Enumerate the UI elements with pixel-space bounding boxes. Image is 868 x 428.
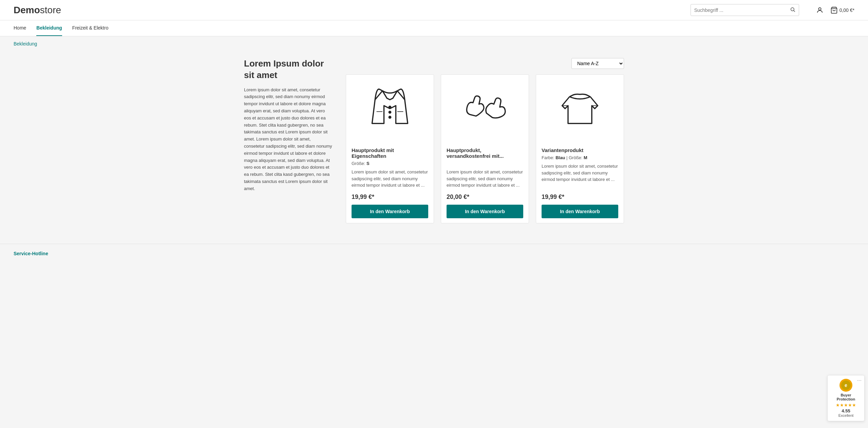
product-variant-2	[447, 161, 523, 166]
add-to-cart-btn-3[interactable]: In den Warenkorb	[542, 205, 618, 218]
sort-select[interactable]: Name A-Z Name Z-A Preis aufsteigend Prei…	[571, 58, 624, 69]
category-section: Lorem Ipsum dolor sit amet Lorem ipsum d…	[244, 58, 624, 223]
breadcrumb-link[interactable]: Bekleidung	[14, 41, 37, 46]
svg-point-4	[389, 106, 391, 108]
product-image-2	[441, 75, 529, 143]
product-card-3: Variantenprodukt Farbe: Blau | Größe: M …	[536, 74, 624, 223]
nav-bekleidung[interactable]: Bekleidung	[36, 20, 62, 36]
header-icons: 0,00 €*	[816, 6, 854, 14]
nav-freizeit[interactable]: Freizeit & Elektro	[72, 20, 109, 36]
product-name-3: Variantenprodukt	[542, 147, 618, 153]
sort-bar: Name A-Z Name Z-A Preis aufsteigend Prei…	[346, 58, 624, 69]
jacket-icon	[366, 85, 414, 132]
product-price-1: 19,99 €*	[352, 193, 428, 201]
account-icon	[816, 6, 824, 14]
category-text: Lorem ipsum dolor sit amet, consetetur s…	[244, 87, 332, 192]
category-description: Lorem Ipsum dolor sit amet Lorem ipsum d…	[244, 58, 332, 192]
account-button[interactable]	[816, 6, 824, 14]
product-name-2: Hauptprodukt, versandkostenfrei mit...	[447, 147, 523, 159]
logo-bold: Demo	[14, 5, 40, 15]
category-title: Lorem Ipsum dolor sit amet	[244, 58, 332, 81]
service-hotline-link[interactable]: Service-Hotline	[14, 251, 48, 256]
product-card-2: Hauptprodukt, versandkostenfrei mit... L…	[441, 74, 529, 223]
product-desc-2: Lorem ipsum dolor sit amet, consetetur s…	[447, 169, 523, 189]
main-nav: Home Bekleidung Freizeit & Elektro	[0, 20, 868, 36]
variant-value-1: S	[366, 161, 370, 166]
product-image-3	[536, 75, 624, 143]
search-icon	[790, 7, 795, 12]
products-section: Name A-Z Name Z-A Preis aufsteigend Prei…	[346, 58, 624, 223]
product-desc-3: Lorem ipsum dolor sit amet, consetetur s…	[542, 163, 618, 189]
footer: Service-Hotline	[0, 244, 868, 263]
sweater-icon	[556, 85, 604, 132]
product-card-1: Hauptprodukt mit Eigenschaften Größe: S …	[346, 74, 434, 223]
gloves-icon	[461, 85, 509, 132]
svg-point-5	[389, 111, 391, 113]
cart-icon	[830, 6, 838, 14]
cart-button[interactable]: 0,00 €*	[830, 6, 854, 14]
svg-point-6	[389, 116, 391, 118]
product-info-3: Variantenprodukt Farbe: Blau | Größe: M …	[536, 143, 624, 223]
variant-size-3: M	[584, 155, 587, 160]
product-variant-1: Größe: S	[352, 161, 428, 166]
nav-home[interactable]: Home	[14, 20, 26, 36]
cart-amount: 0,00 €*	[839, 7, 854, 13]
svg-point-2	[818, 7, 821, 10]
svg-point-0	[791, 8, 794, 11]
product-info-2: Hauptprodukt, versandkostenfrei mit... L…	[441, 143, 529, 223]
search-bar	[691, 4, 799, 16]
add-to-cart-btn-2[interactable]: In den Warenkorb	[447, 205, 523, 218]
add-to-cart-btn-1[interactable]: In den Warenkorb	[352, 205, 428, 218]
product-price-2: 20,00 €*	[447, 193, 523, 201]
site-logo[interactable]: Demostore	[14, 5, 61, 16]
product-price-3: 19,99 €*	[542, 193, 618, 201]
variant-color-3: Blau	[555, 155, 565, 160]
product-info-1: Hauptprodukt mit Eigenschaften Größe: S …	[346, 143, 434, 223]
product-desc-1: Lorem ipsum dolor sit amet, consetetur s…	[352, 169, 428, 189]
breadcrumb: Bekleidung	[0, 36, 868, 51]
search-button[interactable]	[787, 4, 799, 16]
header: Demostore 0,00 €*	[0, 0, 868, 20]
svg-line-1	[794, 11, 795, 12]
products-grid: Hauptprodukt mit Eigenschaften Größe: S …	[346, 74, 624, 223]
main-content: Lorem Ipsum dolor sit amet Lorem ipsum d…	[230, 51, 638, 244]
search-input[interactable]	[691, 5, 787, 15]
product-variant-3: Farbe: Blau | Größe: M	[542, 155, 618, 160]
logo-regular: store	[40, 5, 61, 15]
product-image-1	[346, 75, 434, 143]
product-name-1: Hauptprodukt mit Eigenschaften	[352, 147, 428, 159]
